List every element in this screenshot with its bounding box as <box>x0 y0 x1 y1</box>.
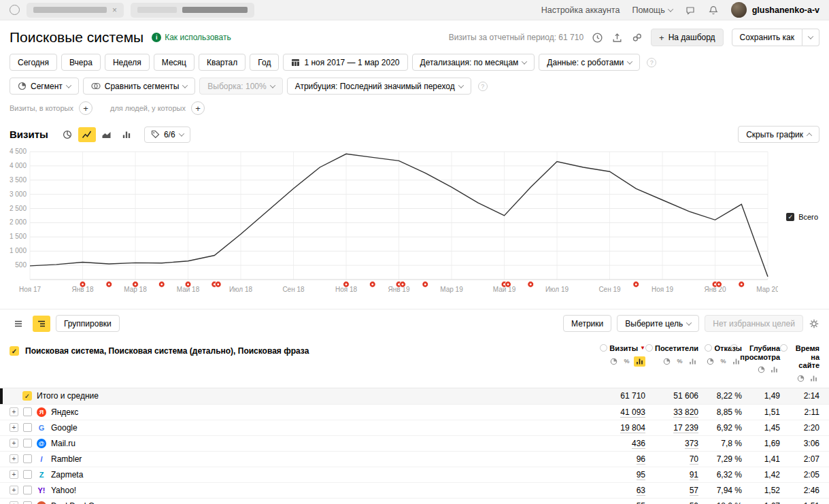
expand-row-button[interactable] <box>10 470 18 479</box>
expand-row-button[interactable] <box>10 407 18 416</box>
row-checkbox[interactable] <box>23 439 32 448</box>
row-checkbox[interactable] <box>23 501 32 504</box>
metric-info-icon[interactable] <box>600 344 607 352</box>
user-menu[interactable]: glushanenko-a-v <box>731 2 819 18</box>
metric-value-text[interactable]: 17 239 <box>673 423 698 433</box>
row-checkbox[interactable] <box>23 423 32 432</box>
goal-select[interactable]: Выберите цель <box>617 315 699 332</box>
metric-value-text[interactable]: 373 <box>685 439 698 449</box>
segments-drops-icon[interactable] <box>631 32 643 44</box>
add-visits-filter-button[interactable] <box>79 101 92 115</box>
save-as-button[interactable]: Сохранить как <box>732 29 802 46</box>
metric-value-text[interactable]: 50 <box>690 501 698 504</box>
compare-segments-button[interactable]: Сравнить сегменты <box>83 78 196 95</box>
metric-display-bars-icon[interactable] <box>768 365 780 375</box>
search-engine-name[interactable]: Rambler <box>51 454 82 464</box>
close-icon[interactable] <box>112 6 117 14</box>
metric-value-text[interactable]: 96 <box>637 454 645 465</box>
metric-column-label[interactable]: Визиты <box>609 344 638 353</box>
attribution-select[interactable]: Атрибуция: Последний значимый переход <box>287 78 471 95</box>
history-clock-icon[interactable] <box>592 32 603 44</box>
metric-column-label[interactable]: Посетители <box>655 344 698 353</box>
metric-value-text[interactable]: 57 <box>690 486 698 496</box>
expand-row-button[interactable] <box>10 501 18 504</box>
metric-column-label[interactable]: Время на сайте <box>790 344 819 370</box>
period-preset-5[interactable]: Год <box>250 54 279 71</box>
metric-value-text[interactable]: 41 093 <box>620 407 645 418</box>
metric-value-text[interactable]: 70 <box>690 454 698 465</box>
search-engine-name[interactable]: Mail.ru <box>51 439 75 448</box>
metric-display-pie-icon[interactable] <box>705 356 716 367</box>
sort-desc-icon[interactable]: ▼ <box>640 345 645 351</box>
metric-value-text[interactable]: 436 <box>632 439 645 449</box>
flat-list-view-icon[interactable] <box>10 316 27 332</box>
expand-row-button[interactable] <box>10 439 18 448</box>
chart-type-area-icon[interactable] <box>98 127 116 142</box>
metric-display-pie-icon[interactable] <box>795 373 807 384</box>
how-to-use-link[interactable]: Как использовать <box>152 33 231 42</box>
help-circle-icon[interactable] <box>647 58 656 67</box>
expand-row-button[interactable] <box>10 486 18 494</box>
add-people-filter-button[interactable] <box>191 101 205 115</box>
metric-info-icon[interactable] <box>780 344 788 352</box>
metric-display-pct-icon[interactable]: % <box>674 356 686 367</box>
period-preset-2[interactable]: Неделя <box>105 54 150 71</box>
data-mode-select[interactable]: Данные: с роботами <box>539 54 640 71</box>
metric-info-icon[interactable] <box>645 344 653 352</box>
search-engine-name[interactable]: Google <box>51 423 78 433</box>
row-checkbox[interactable] <box>23 470 32 479</box>
metric-display-bars-icon[interactable] <box>634 356 645 367</box>
help-menu[interactable]: Помощь <box>632 5 672 15</box>
metric-display-bars-icon[interactable] <box>687 356 698 367</box>
period-preset-4[interactable]: Квартал <box>199 54 246 71</box>
chart-type-pie-icon[interactable] <box>58 127 76 142</box>
segment-button[interactable]: Сегмент <box>10 78 79 95</box>
search-engine-name[interactable]: Yahoo! <box>51 486 76 495</box>
expand-row-button[interactable] <box>10 454 18 463</box>
metric-info-icon[interactable] <box>730 344 738 352</box>
chat-icon[interactable] <box>685 5 696 16</box>
search-engine-name[interactable]: Zapmeta <box>51 470 83 480</box>
row-checkbox[interactable] <box>23 454 32 463</box>
search-engine-name[interactable]: Яндекс <box>51 407 78 417</box>
row-checkbox[interactable] <box>23 407 32 416</box>
search-engine-name[interactable]: DuckDuckGo <box>51 501 99 504</box>
metric-value-text[interactable]: 95 <box>637 470 645 480</box>
metric-value-text[interactable]: 33 820 <box>673 407 698 418</box>
metric-display-pie-icon[interactable] <box>756 365 767 375</box>
detail-select[interactable]: Детализация: по месяцам <box>412 54 535 71</box>
chart-type-columns-icon[interactable] <box>118 127 135 142</box>
notifications-bell-icon[interactable] <box>708 5 719 16</box>
metric-display-bars-icon[interactable] <box>808 373 819 384</box>
metric-value-text[interactable]: 63 <box>637 486 645 496</box>
sampling-select[interactable]: Выборка: 100% <box>199 78 282 95</box>
expand-row-button[interactable] <box>10 423 18 432</box>
metric-value-text[interactable]: 91 <box>690 470 698 480</box>
metric-display-pie-icon[interactable] <box>608 356 620 367</box>
metric-value-text[interactable]: 19 804 <box>620 423 645 433</box>
help-circle-icon[interactable] <box>478 82 488 91</box>
account-settings-link[interactable]: Настройка аккаунта <box>541 5 620 15</box>
metrics-button[interactable]: Метрики <box>563 315 611 332</box>
metric-display-pct-icon[interactable]: % <box>717 356 729 367</box>
select-all-checkbox-checked[interactable] <box>10 346 19 356</box>
to-dashboard-button[interactable]: На дашборд <box>651 29 724 46</box>
save-as-caret-button[interactable] <box>802 29 819 46</box>
period-preset-1[interactable]: Вчера <box>61 54 101 71</box>
metric-display-pct-icon[interactable]: % <box>621 356 632 367</box>
period-preset-0[interactable]: Сегодня <box>10 54 57 71</box>
hide-chart-button[interactable]: Скрыть график <box>738 126 819 143</box>
export-icon[interactable] <box>611 32 623 44</box>
redacted-counter-tab[interactable] <box>27 3 124 18</box>
legend-checkbox-checked[interactable] <box>786 213 794 221</box>
metric-display-pie-icon[interactable] <box>661 356 673 367</box>
no-goals-button[interactable]: Нет избранных целей <box>705 315 803 332</box>
groupings-button[interactable]: Группировки <box>56 315 120 332</box>
row-checkbox-checked[interactable] <box>22 391 32 401</box>
tree-view-icon[interactable] <box>33 316 50 332</box>
gear-icon[interactable] <box>809 318 819 329</box>
period-preset-3[interactable]: Месяц <box>154 54 194 71</box>
chart-type-line-icon[interactable] <box>78 127 96 142</box>
row-checkbox[interactable] <box>23 486 32 494</box>
metric-info-icon[interactable] <box>705 344 712 352</box>
